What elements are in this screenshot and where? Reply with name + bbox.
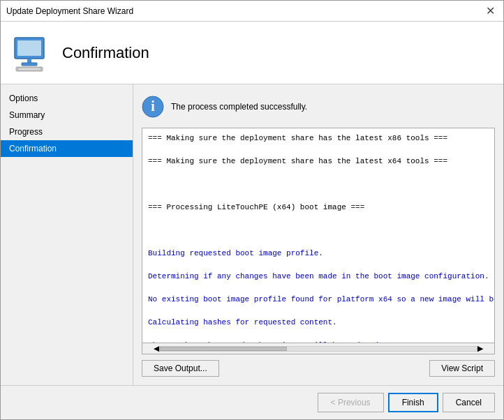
wizard-window: Update Deployment Share Wizard ✕ Confirm… xyxy=(0,0,504,420)
horizontal-scrollbar[interactable]: ◀ ▶ xyxy=(142,343,494,354)
header: Confirmation xyxy=(1,22,503,84)
close-button[interactable]: ✕ xyxy=(483,6,498,17)
log-line: No existing boot image profile found for… xyxy=(148,294,489,306)
footer: < Previous Finish Cancel xyxy=(1,385,503,419)
finish-button[interactable]: Finish xyxy=(388,393,438,412)
computer-icon xyxy=(12,33,51,73)
action-button-row: Save Output... View Script xyxy=(142,360,495,377)
sidebar-item-progress[interactable]: Progress xyxy=(1,123,133,140)
log-container: === Making sure the deployment share has… xyxy=(142,128,495,354)
log-line: === Making sure the deployment share has… xyxy=(148,133,489,144)
window-title: Update Deployment Share Wizard xyxy=(6,6,133,16)
sidebar-item-confirmation[interactable]: Confirmation xyxy=(1,140,133,157)
log-line xyxy=(148,225,489,237)
page-title: Confirmation xyxy=(62,44,149,62)
view-script-button[interactable]: View Script xyxy=(429,360,495,377)
title-bar: Update Deployment Share Wizard ✕ xyxy=(1,1,503,22)
log-line xyxy=(148,179,489,190)
save-output-button[interactable]: Save Output... xyxy=(142,360,219,377)
svg-rect-2 xyxy=(27,59,31,63)
success-banner: i The process completed successfully. xyxy=(142,93,495,121)
svg-rect-3 xyxy=(22,63,37,66)
content-area: Options Summary Progress Confirmation i xyxy=(1,84,503,385)
scroll-thumb[interactable] xyxy=(160,347,287,351)
svg-rect-1 xyxy=(17,40,41,56)
cancel-button[interactable]: Cancel xyxy=(443,393,495,412)
log-line: Calculating hashes for requested content… xyxy=(148,317,489,329)
scroll-left-arrow[interactable]: ◀ xyxy=(154,344,159,353)
sidebar-item-options[interactable]: Options xyxy=(1,90,133,107)
previous-button[interactable]: < Previous xyxy=(318,393,384,412)
sidebar-item-summary[interactable]: Summary xyxy=(1,107,133,123)
success-message: The process completed successfully. xyxy=(171,102,307,112)
log-content[interactable]: === Making sure the deployment share has… xyxy=(142,128,494,343)
log-line: Building requested boot image profile. xyxy=(148,248,489,260)
sidebar: Options Summary Progress Confirmation xyxy=(1,84,133,385)
log-line: === Processing LiteTouchPE (x64) boot im… xyxy=(148,202,489,213)
log-line: === Making sure the deployment share has… xyxy=(148,156,489,167)
log-line: Determining if any changes have been mad… xyxy=(148,271,489,283)
scroll-right-arrow[interactable]: ▶ xyxy=(477,344,483,353)
svg-rect-5 xyxy=(19,68,40,70)
svg-text:i: i xyxy=(151,98,155,114)
info-icon: i xyxy=(142,96,164,118)
right-buttons: View Script xyxy=(429,360,495,377)
main-content: i The process completed successfully. ==… xyxy=(133,84,503,385)
left-buttons: Save Output... xyxy=(142,360,219,377)
scroll-track xyxy=(159,346,477,352)
